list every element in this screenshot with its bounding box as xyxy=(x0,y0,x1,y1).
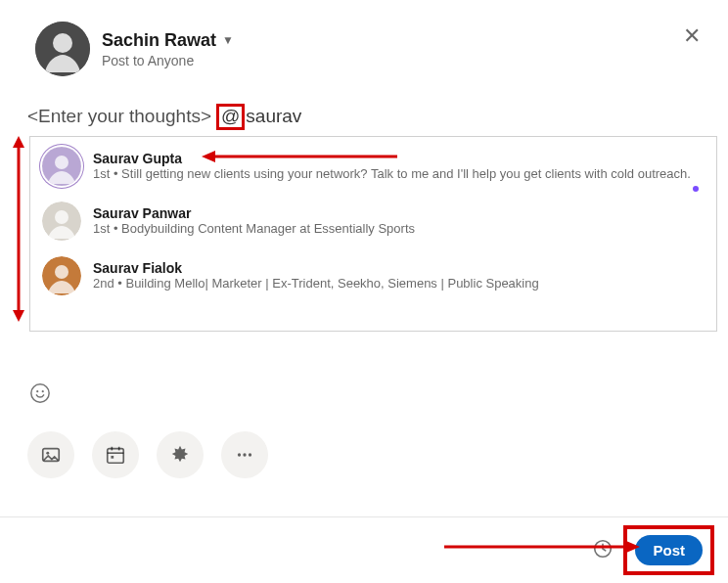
svg-point-10 xyxy=(55,265,68,279)
more-options-button[interactable] xyxy=(221,431,268,478)
close-icon: ✕ xyxy=(683,23,701,48)
add-media-button[interactable] xyxy=(27,431,74,478)
add-event-button[interactable] xyxy=(92,431,139,478)
svg-marker-4 xyxy=(13,310,24,322)
author-info[interactable]: Sachin Rawat ▼ Post to Anyone xyxy=(102,30,234,68)
suggestion-name: Saurav Panwar xyxy=(93,205,415,221)
notification-dot xyxy=(693,186,699,192)
calendar-icon xyxy=(105,444,126,466)
emoji-icon xyxy=(29,382,51,404)
at-symbol: @ xyxy=(221,107,240,127)
svg-point-13 xyxy=(31,384,49,402)
compose-placeholder: <Enter your thoughts> xyxy=(27,106,211,127)
suggestion-avatar xyxy=(42,202,81,241)
annotation-vertical-arrow xyxy=(10,136,27,322)
svg-marker-12 xyxy=(202,151,215,162)
author-name: Sachin Rawat xyxy=(102,30,216,51)
compose-text[interactable]: <Enter your thoughts> @ saurav xyxy=(27,104,701,130)
compose-header: Sachin Rawat ▼ Post to Anyone ✕ xyxy=(0,0,728,88)
post-scope-label: Post to Anyone xyxy=(102,53,234,68)
svg-point-14 xyxy=(36,390,38,392)
starburst-icon xyxy=(169,444,191,466)
annotation-arrow-to-suggestion xyxy=(202,148,397,165)
post-button[interactable]: Post xyxy=(635,535,703,565)
svg-point-15 xyxy=(42,390,44,392)
mention-suggestion[interactable]: Saurav Fialok2nd • Building Mello| Marke… xyxy=(30,248,716,303)
post-compose-modal: Sachin Rawat ▼ Post to Anyone ✕ <Enter y… xyxy=(0,0,728,583)
svg-point-17 xyxy=(46,452,49,455)
image-icon xyxy=(40,444,62,466)
suggestion-avatar xyxy=(42,147,81,186)
close-button[interactable]: ✕ xyxy=(683,25,701,47)
suggestion-name: Saurav Fialok xyxy=(93,260,539,276)
svg-marker-27 xyxy=(626,541,640,553)
mention-suggestion[interactable]: Saurav Panwar1st • Bodybuilding Content … xyxy=(30,194,716,248)
more-icon xyxy=(234,444,255,466)
svg-point-23 xyxy=(238,453,241,456)
emoji-button[interactable] xyxy=(27,381,53,406)
svg-rect-22 xyxy=(111,456,114,459)
suggestion-subtitle: 1st • Bodybuilding Content Manager at Es… xyxy=(93,221,415,236)
suggestion-subtitle: 1st • Still getting new clients using yo… xyxy=(93,166,691,181)
svg-rect-18 xyxy=(108,448,124,463)
compose-area[interactable]: <Enter your thoughts> @ saurav Saurav Gu… xyxy=(0,88,728,332)
compose-toolbar xyxy=(0,332,728,478)
compose-footer: Post xyxy=(0,516,728,583)
celebrate-button[interactable] xyxy=(157,431,204,478)
svg-point-8 xyxy=(55,210,68,224)
mention-trigger-highlight: @ xyxy=(216,104,245,130)
suggestion-subtitle: 2nd • Building Mello| Marketer | Ex-Trid… xyxy=(93,276,539,291)
svg-point-1 xyxy=(53,33,72,53)
svg-point-25 xyxy=(249,453,251,456)
suggestion-avatar xyxy=(42,256,81,295)
author-avatar[interactable] xyxy=(35,22,90,76)
mention-suggestions-dropdown[interactable]: Saurav Gupta1st • Still getting new clie… xyxy=(29,136,717,332)
annotation-arrow-to-post xyxy=(444,538,640,556)
svg-point-24 xyxy=(243,453,246,456)
svg-marker-3 xyxy=(13,136,24,148)
chevron-down-icon: ▼ xyxy=(222,33,234,47)
mention-query-text: saurav xyxy=(246,106,301,127)
svg-point-6 xyxy=(55,156,68,169)
